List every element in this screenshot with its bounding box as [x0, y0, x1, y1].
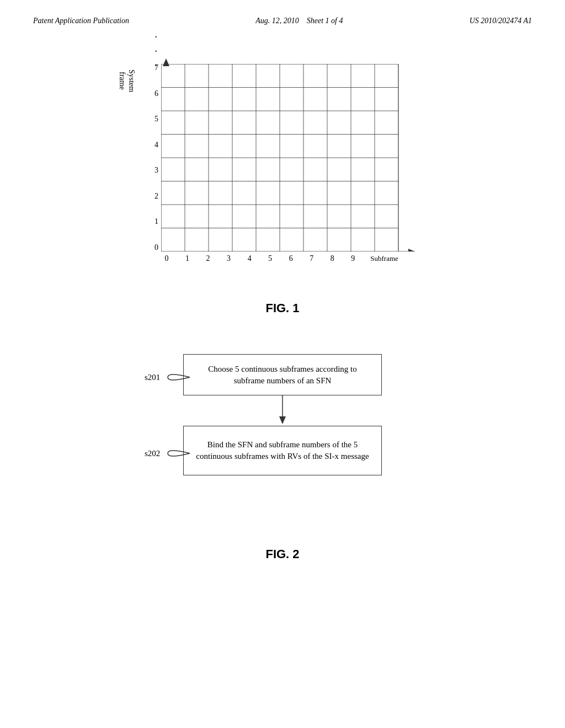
x-tick-3: 3: [223, 254, 234, 263]
y-tick-labels: 0 1 2 3 4 5 6 7: [147, 64, 158, 251]
y-tick-6: 6: [147, 90, 158, 98]
svg-marker-39: [408, 249, 415, 251]
step1-label-area: s201: [145, 369, 193, 386]
main-content: ··· Systemframe 0 1 2 3 4 5 6 7: [0, 31, 565, 572]
fig1-diagram: ··· Systemframe 0 1 2 3 4 5 6 7: [122, 58, 443, 290]
step1-label: s201: [145, 373, 160, 382]
header-patent: US 2010/202474 A1: [470, 17, 532, 25]
y-tick-4: 4: [147, 141, 158, 149]
y-axis-label: Systemframe: [117, 69, 136, 92]
step2-box: Bind the SFN and subframe numbers of the…: [183, 426, 382, 475]
header-title: Patent Application Publication: [33, 17, 129, 25]
x-tick-2: 2: [202, 254, 214, 263]
x-tick-9: 9: [348, 254, 359, 263]
y-tick-1: 1: [147, 218, 158, 226]
y-tick-7: 7: [147, 64, 158, 72]
x-tick-4: 4: [244, 254, 255, 263]
grid-svg: [161, 64, 420, 251]
flowchart: Choose 5 continuous subframes according …: [128, 343, 437, 531]
y-tick-0: 0: [147, 244, 158, 251]
step2-text: Bind the SFN and subframe numbers of the…: [193, 439, 372, 462]
step2-bracket: [162, 445, 193, 462]
step1-text: Choose 5 continuous subframes according …: [193, 363, 372, 387]
y-tick-5: 5: [147, 115, 158, 123]
svg-marker-41: [279, 416, 286, 424]
x-tick-6: 6: [285, 254, 296, 263]
connector-arrow: [277, 395, 288, 426]
fig1-caption: FIG. 1: [265, 301, 299, 315]
header-date: Aug. 12, 2010 Sheet 1 of 4: [255, 17, 343, 25]
y-tick-2: 2: [147, 192, 158, 200]
fig2-section: Choose 5 continuous subframes according …: [33, 343, 532, 561]
y-tick-3: 3: [147, 167, 158, 174]
x-axis-label: Subframe: [370, 254, 398, 263]
x-tick-7: 7: [306, 254, 317, 263]
fig2-caption: FIG. 2: [265, 547, 299, 561]
page-header: Patent Application Publication Aug. 12, …: [0, 0, 565, 31]
x-tick-5: 5: [265, 254, 276, 263]
x-tick-0: 0: [161, 254, 172, 263]
step2-label: s202: [145, 449, 160, 458]
x-tick-8: 8: [327, 254, 338, 263]
step1-box: Choose 5 continuous subframes according …: [183, 354, 382, 395]
fig1-section: ··· Systemframe 0 1 2 3 4 5 6 7: [33, 58, 532, 315]
x-tick-1: 1: [182, 254, 193, 263]
step1-bracket: [162, 369, 193, 386]
step2-label-area: s202: [145, 445, 193, 462]
x-tick-labels: 0 1 2 3 4 5 6 7 8 9 Subframe: [161, 254, 398, 263]
